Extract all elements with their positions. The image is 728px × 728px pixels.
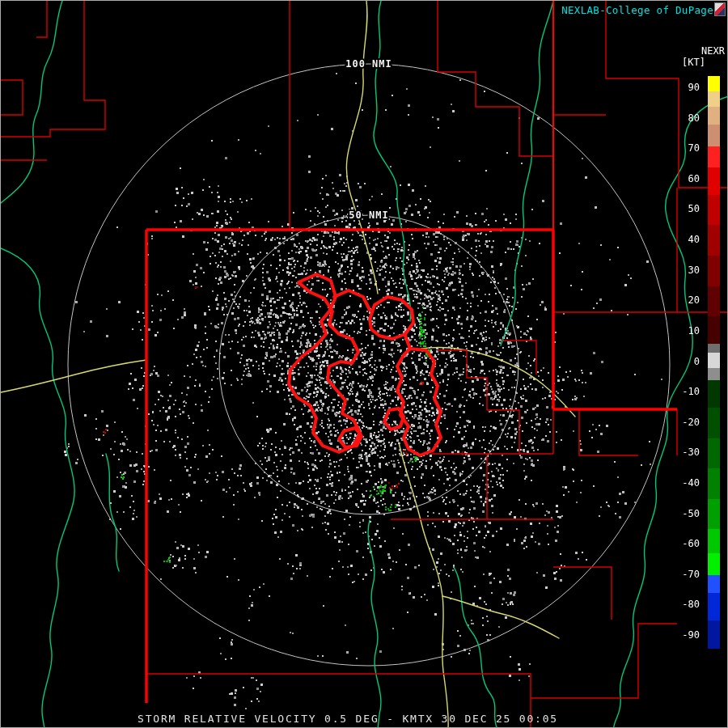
river-line <box>1 1 62 203</box>
river-line <box>501 1 553 345</box>
colorbar-tick-label: -50 <box>671 508 700 519</box>
storm-contour-west <box>289 274 360 452</box>
colorbar-title: NEXR <box>701 45 725 57</box>
river-line <box>1 248 74 728</box>
highway-line <box>399 442 448 728</box>
colorbar-tick-label: 40 <box>671 234 700 245</box>
ring-label-100nmi: 100 NMI <box>345 58 392 70</box>
colorbar-tick-label: -30 <box>671 447 700 458</box>
colorbar-segment <box>708 468 720 499</box>
highway-line <box>1 360 146 392</box>
colorbar-tick-label: -70 <box>671 569 700 580</box>
storm-contour-connector <box>405 336 410 349</box>
river-line <box>106 454 119 571</box>
ring-label-50nmi: 50 NMI <box>349 210 388 221</box>
highway-line <box>346 1 378 294</box>
radar-screen: 100 NMI 50 NMI NEXLAB-College of DuPage … <box>0 0 728 728</box>
river-line <box>368 520 381 728</box>
colorbar-segment <box>708 76 720 91</box>
colorbar-segment <box>708 620 720 648</box>
colorbar-tick-label: 0 <box>671 356 700 367</box>
river-line <box>454 567 497 728</box>
colorbar-tick-label: 30 <box>671 265 700 276</box>
colorbar-tick-label: -20 <box>671 417 700 428</box>
map-layer: 100 NMI 50 NMI <box>1 1 728 728</box>
colorbar-units: [KT] <box>682 57 705 68</box>
colorbar-tick-label: -80 <box>671 599 700 610</box>
colorbar-segment <box>708 344 720 353</box>
storm-contour-connector <box>334 290 370 310</box>
colorbar-segment <box>708 316 720 344</box>
velocity-colorbar <box>708 76 720 648</box>
colorbar-segment <box>708 225 720 256</box>
colorbar-segment <box>708 529 720 554</box>
colorbar-segment <box>708 256 720 286</box>
colorbar-segment <box>708 553 720 575</box>
colorbar-segment <box>708 593 720 620</box>
storm-contour-north <box>370 297 413 339</box>
colorbar-segment <box>708 368 720 381</box>
colorbar-tick-label: -90 <box>671 629 700 641</box>
colorbar-segment <box>708 380 720 408</box>
colorbar-segment <box>708 499 720 530</box>
colorbar-segment <box>708 408 720 438</box>
colorbar-tick-label: 80 <box>671 112 700 124</box>
range-ring-50nmi <box>219 215 518 514</box>
river-line <box>374 1 411 321</box>
colorbar-tick-label: 90 <box>671 82 700 93</box>
highway-line <box>442 596 559 638</box>
county-boundaries-north <box>438 1 553 156</box>
colorbar-tick-label: 60 <box>671 173 700 184</box>
cod-logo-icon <box>714 2 726 16</box>
colorbar-segment <box>708 353 720 368</box>
colorbar-tick-label: -40 <box>671 477 700 489</box>
colorbar-segment <box>708 125 720 146</box>
status-bar: STORM RELATIVE VELOCITY 0.5 DEG - KMTX 3… <box>1 713 695 725</box>
colorbar-tick-label: -60 <box>671 538 700 549</box>
colorbar-segment <box>708 286 720 317</box>
colorbar-tick-label: 50 <box>671 203 700 214</box>
county-boundaries-east <box>391 341 553 519</box>
colorbar-tick-label: 20 <box>671 294 700 306</box>
brand-title: NEXLAB-College of DuPage <box>561 4 713 16</box>
colorbar-segment <box>708 438 720 469</box>
storm-contour-small <box>384 408 404 430</box>
colorbar-tick-label: 10 <box>671 325 700 336</box>
county-boundaries-northwest <box>1 1 290 230</box>
colorbar-segment <box>708 167 720 195</box>
colorbar-segment <box>708 575 720 594</box>
colorbar-tick-label: -10 <box>671 386 700 397</box>
colorbar-segment <box>708 107 720 125</box>
county-boundaries-south <box>146 567 677 728</box>
county-boundaries-northeast <box>553 1 728 455</box>
colorbar-tick-label: 70 <box>671 142 700 154</box>
range-ring-100nmi <box>68 64 670 666</box>
storm-contour-east <box>397 349 441 455</box>
colorbar-segment <box>708 91 720 107</box>
colorbar-segment <box>708 146 720 168</box>
colorbar-segment <box>708 195 720 226</box>
